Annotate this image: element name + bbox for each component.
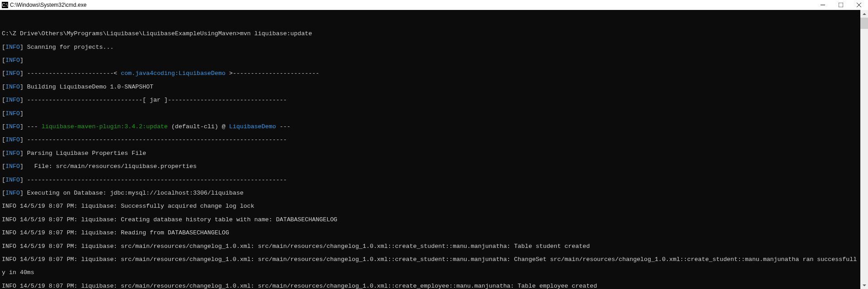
scroll-down-button[interactable] [860, 281, 868, 289]
output-line: INFO 14/5/19 8:07 PM: liquibase: Reading… [2, 230, 859, 237]
output-line: [INFO] Building LiquibaseDemo 1.0-SNAPSH… [2, 84, 859, 91]
terminal-output[interactable]: C:\Z Drive\Others\MyPrograms\Liquibase\L… [0, 10, 860, 289]
window-titlebar: C:\ C:\Windows\System32\cmd.exe [0, 0, 868, 10]
output-line: y in 40ms [2, 270, 859, 276]
svg-rect-1 [839, 3, 843, 7]
window-controls [814, 0, 868, 10]
info-tag: INFO [5, 44, 20, 51]
info-tag: INFO [5, 123, 20, 130]
info-tag: INFO [5, 163, 20, 170]
output-line: [INFO] Scanning for projects... [2, 44, 859, 51]
output-line: INFO 14/5/19 8:07 PM: liquibase: src/mai… [2, 283, 859, 289]
output-line: [INFO] [2, 111, 859, 117]
scroll-up-button[interactable] [860, 10, 868, 18]
window-title: C:\Windows\System32\cmd.exe [10, 2, 86, 8]
vertical-scrollbar[interactable] [860, 10, 868, 289]
cmd-icon: C:\ [2, 2, 8, 8]
output-line: INFO 14/5/19 8:07 PM: liquibase: Creatin… [2, 217, 859, 224]
plugin-name: liquibase-maven-plugin:3.4.2:update [42, 123, 168, 130]
close-button[interactable] [850, 0, 868, 10]
output-line: INFO 14/5/19 8:07 PM: liquibase: src/mai… [2, 256, 859, 263]
maximize-button[interactable] [832, 0, 850, 10]
output-line: [INFO] Executing on Database: jdbc:mysql… [2, 190, 859, 197]
info-tag: INFO [5, 136, 20, 143]
minimize-button[interactable] [814, 0, 832, 10]
info-tag: INFO [5, 150, 20, 157]
output-line: [INFO] Parsing Liquibase Properties File [2, 150, 859, 157]
info-tag: INFO [5, 110, 20, 117]
svg-marker-4 [863, 13, 866, 15]
prompt-line: C:\Z Drive\Others\MyPrograms\Liquibase\L… [2, 31, 859, 37]
info-tag: INFO [5, 84, 20, 90]
output-line: [INFO] [2, 57, 859, 64]
info-tag: INFO [5, 57, 20, 64]
info-tag: INFO [5, 190, 20, 196]
output-line: [INFO] ---------------------------------… [2, 137, 859, 144]
output-line: [INFO] File: src/main/resources/liquibas… [2, 163, 859, 170]
info-tag: INFO [5, 97, 20, 103]
output-line: INFO 14/5/19 8:07 PM: liquibase: Success… [2, 203, 859, 210]
output-line [2, 18, 859, 24]
info-tag: INFO [5, 177, 20, 183]
output-line: INFO 14/5/19 8:07 PM: liquibase: src/mai… [2, 243, 859, 250]
output-line: [INFO] --- liquibase-maven-plugin:3.4.2:… [2, 124, 859, 131]
prompt-path: C:\Z Drive\Others\MyPrograms\Liquibase\L… [2, 30, 240, 37]
artifact-name: com.java4coding:LiquibaseDemo [121, 70, 225, 77]
output-line: [INFO] ------------------------< com.jav… [2, 70, 859, 77]
output-line: [INFO] --------------------------------[… [2, 97, 859, 104]
output-line: [INFO] ---------------------------------… [2, 177, 859, 184]
svg-marker-5 [863, 284, 866, 286]
command-text: mvn liquibase:update [240, 30, 312, 37]
scrollbar-thumb[interactable] [860, 18, 868, 29]
info-tag: INFO [5, 70, 20, 77]
